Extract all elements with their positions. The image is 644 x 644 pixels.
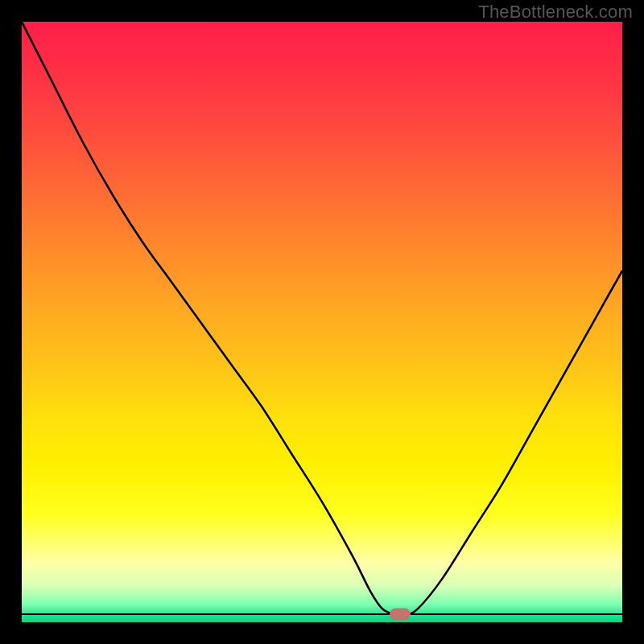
bottleneck-curve <box>22 22 622 622</box>
optimal-marker <box>390 609 411 621</box>
chart-frame: TheBottleneck.com <box>0 0 644 644</box>
curve-path <box>22 22 622 615</box>
watermark-text: TheBottleneck.com <box>478 2 633 23</box>
plot-area <box>22 22 622 622</box>
baseline <box>22 613 622 615</box>
